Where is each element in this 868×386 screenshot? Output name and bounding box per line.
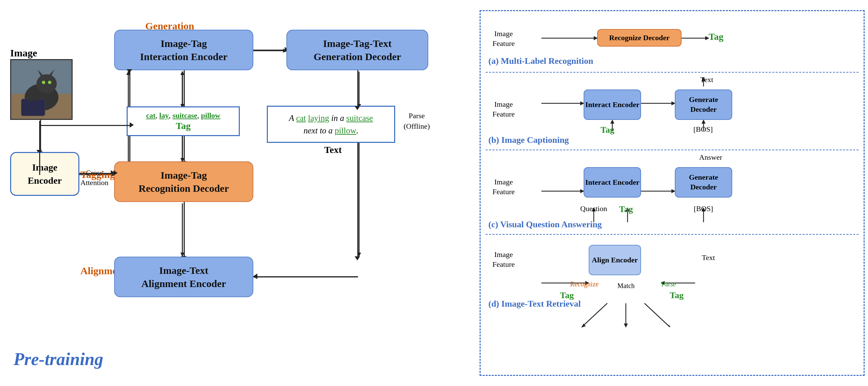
svg-marker-65	[624, 324, 628, 328]
a-title: (a) Multi-Label Recognition	[488, 56, 593, 66]
pretraining-section: Image	[7, 10, 473, 376]
tag-content: cat, lay, suitcase, pillow	[146, 111, 220, 120]
svg-point-25	[36, 74, 57, 93]
pretrain-label: Pre-training	[14, 349, 103, 369]
generation-decoder-block: Image-Tag-Text Generation Decoder	[286, 30, 428, 70]
d-image-feature: ImageFeature	[492, 250, 515, 269]
svg-point-28	[42, 81, 45, 84]
d-text: Text	[702, 253, 715, 262]
b-image-feature: ImageFeature	[492, 100, 515, 119]
svg-rect-31	[28, 97, 38, 101]
panel-b: Text ImageFeature Interact Encoder Gener…	[486, 72, 859, 150]
image-label: Image	[10, 47, 37, 59]
arrowhead-gen-text	[355, 106, 360, 110]
panel-d: ImageFeature Align Encoder Text Recogniz…	[486, 234, 859, 313]
alignment-encoder-block: Image-Text Alignment Encoder	[114, 257, 253, 297]
a-tag: Tag	[709, 31, 723, 42]
b-interact-encoder: Interact Encoder	[584, 89, 641, 120]
c-title: (c) Visual Question Answering	[488, 220, 602, 230]
c-image-feature: ImageFeature	[492, 177, 515, 197]
b-text-top: Text	[700, 75, 713, 84]
text-box: A cat laying in a suitcasenext to a pill…	[267, 106, 395, 143]
arrow-text-to-align	[357, 143, 358, 257]
cat-image	[10, 59, 73, 120]
parse-label: Parse(Offline)	[404, 111, 430, 132]
arrow-gen-to-text	[357, 70, 358, 107]
c-tag: Tag	[619, 204, 633, 214]
d-title: (d) Image-Text Retrieval	[488, 299, 581, 309]
c-question: Question	[580, 204, 607, 213]
d-tag-right: Tag	[670, 290, 684, 301]
arrow-bottom-h	[253, 276, 358, 277]
svg-marker-63	[581, 324, 586, 328]
d-parse: Parse	[661, 280, 676, 288]
vert-enc-body	[39, 125, 40, 175]
arrowhead-recog-inter	[127, 69, 132, 73]
a-recognize-decoder: Recognize Decoder	[597, 29, 682, 47]
svg-point-29	[48, 81, 51, 84]
c-interact-encoder: Interact Encoder	[584, 167, 641, 198]
arrowhead-enc-top-right	[130, 122, 134, 128]
arrow-recog-to-align	[184, 202, 185, 257]
d-align-encoder: Align Encoder	[589, 245, 641, 275]
b-bos: [BOS]	[693, 125, 713, 134]
b-tag: Tag	[601, 125, 614, 135]
image-encoder-block: Image Encoder	[10, 152, 79, 196]
arrow-inter-to-tag	[184, 70, 185, 107]
c-bos: [BOS]	[694, 204, 713, 213]
arrow-enc-to-recog	[79, 173, 114, 174]
svg-rect-30	[21, 99, 45, 116]
panel-a: ImageFeature Recognize Decoder Tag (a) M…	[486, 16, 859, 72]
b-title: (b) Image Captioning	[488, 135, 569, 145]
arrow-tag-to-recog	[184, 136, 185, 162]
text-label: Text	[324, 145, 342, 155]
interaction-encoder-block: Image-Tag Interaction Encoder	[114, 30, 253, 70]
b-generate-decoder: Generate Decoder	[675, 89, 732, 120]
arrowhead-enc-recog	[113, 170, 118, 176]
arrowhead-bottom-left	[253, 274, 257, 279]
arrow-inter-to-gen	[253, 50, 285, 51]
recognition-decoder-block: Image-Tag Recognition Decoder	[114, 161, 253, 202]
arrowhead-text-align	[355, 256, 360, 260]
text-content: A cat laying in a suitcasenext to a pill…	[289, 112, 373, 137]
c-answer-top: Answer	[699, 153, 722, 162]
parse-arrow-anchor	[400, 122, 401, 123]
applications-inner: ImageFeature Recognize Decoder Tag (a) M…	[486, 16, 859, 370]
svg-marker-67	[668, 324, 670, 328]
cat-svg	[11, 60, 73, 120]
panel-c: Answer ImageFeature Interact Encoder Gen…	[486, 150, 859, 234]
c-generate-decoder: Generate Decoder	[675, 167, 732, 198]
tag-label: Tag	[176, 121, 190, 131]
horiz-enc-top	[39, 125, 130, 126]
d-recognize: Recognize	[570, 280, 598, 288]
tag-box: cat, lay, suitcase, pillow Tag	[127, 106, 240, 136]
d-match: Match	[617, 282, 635, 290]
a-image-feature: ImageFeature	[492, 29, 515, 48]
main-container: Image	[0, 0, 868, 386]
tagging-label: Tagging	[80, 169, 115, 180]
applications-section: ImageFeature Recognize Decoder Tag (a) M…	[480, 10, 865, 376]
